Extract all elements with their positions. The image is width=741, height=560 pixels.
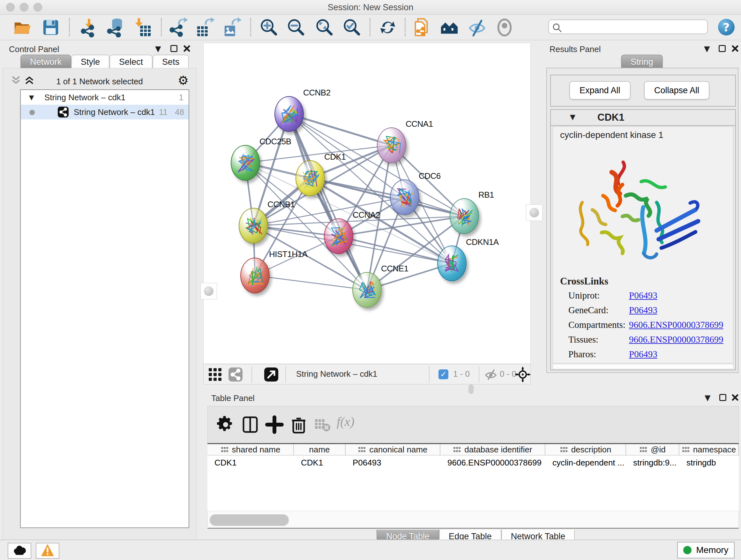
table-panel-float-icon[interactable] bbox=[719, 394, 726, 401]
expand-all-button[interactable]: Expand All bbox=[569, 81, 630, 100]
toolbar-separator bbox=[252, 366, 252, 383]
tab-string[interactable]: String bbox=[621, 55, 663, 69]
tab-select[interactable]: Select bbox=[110, 55, 152, 69]
delete-column-trash-icon[interactable] bbox=[289, 415, 308, 434]
string-view-icon[interactable] bbox=[228, 367, 243, 382]
table-cell[interactable]: CDK1 bbox=[207, 455, 294, 470]
memory-button[interactable]: Memory bbox=[677, 542, 735, 558]
export-image-button[interactable] bbox=[222, 17, 242, 37]
table-settings-gear-icon[interactable] bbox=[217, 415, 235, 434]
automation-status-button[interactable] bbox=[8, 543, 31, 559]
network-node-CCNE1[interactable] bbox=[352, 272, 382, 308]
node-layer: CCNB2CCNA1CDC25BCDK1CDC6RB1CCNB1CCNA2CDK… bbox=[204, 43, 531, 364]
network-node-CCNB2[interactable] bbox=[274, 96, 304, 132]
home-string-button[interactable] bbox=[440, 17, 460, 37]
table-cell[interactable]: stringdb:9... bbox=[626, 455, 679, 470]
zoom-out-button[interactable] bbox=[286, 17, 306, 37]
network-collection-row[interactable]: ▼ String Network – cdk1 1 bbox=[21, 90, 189, 105]
network-row-label: String Network – cdk1 bbox=[74, 105, 155, 119]
column-header-namespace[interactable]: namespace bbox=[679, 444, 739, 455]
crosslink-link[interactable]: P06493 bbox=[629, 305, 657, 315]
table-panel-dropdown-icon[interactable]: ▼ bbox=[704, 393, 711, 402]
network-node-CDK1[interactable] bbox=[295, 160, 325, 196]
network-node-CCNA2[interactable] bbox=[324, 219, 353, 254]
control-panel-dropdown-icon[interactable]: ▼ bbox=[155, 44, 161, 53]
column-label: shared name bbox=[232, 445, 280, 454]
table-cell[interactable]: stringdb bbox=[679, 455, 739, 470]
network-node-CDC6[interactable] bbox=[390, 179, 419, 215]
network-row-selected[interactable]: ● String Network – cdk1 11 48 bbox=[21, 105, 189, 119]
crosslinks-list: Uniprot:P06493GeneCard:P06493Compartment… bbox=[553, 290, 734, 364]
collapse-all-button[interactable]: Collapse All bbox=[644, 81, 710, 100]
import-table-button[interactable] bbox=[133, 17, 152, 37]
entry-collapse-icon[interactable]: ▼ bbox=[570, 113, 576, 121]
column-header-shared-name[interactable]: shared name bbox=[207, 444, 294, 455]
warnings-status-button[interactable] bbox=[36, 543, 59, 559]
birds-eye-view-icon[interactable] bbox=[515, 367, 530, 382]
zoom-selected-button[interactable] bbox=[342, 17, 362, 37]
right-splitter-handle[interactable] bbox=[526, 204, 542, 221]
import-network-button[interactable] bbox=[79, 17, 99, 37]
window-title: Session: New Session bbox=[0, 3, 741, 12]
show-columns-icon[interactable] bbox=[241, 415, 259, 434]
results-panel-close-icon[interactable] bbox=[731, 45, 738, 52]
tab-network[interactable]: Network bbox=[20, 55, 71, 69]
collection-expand-icon[interactable]: ▼ bbox=[29, 90, 34, 105]
table-horizontal-scrollbar[interactable] bbox=[207, 511, 739, 529]
network-canvas[interactable]: CCNB2CCNA1CDC25BCDK1CDC6RB1CCNB1CCNA2CDK… bbox=[203, 43, 531, 364]
network-view-toolbar: String Network – cdk1 ✓ 1 - 0 0 - 0 bbox=[203, 364, 531, 384]
search-input[interactable] bbox=[565, 21, 703, 33]
network-node-CDC25B[interactable] bbox=[231, 145, 260, 181]
table-cell[interactable]: CDK1 bbox=[294, 455, 346, 470]
help-button[interactable]: ? bbox=[718, 19, 735, 36]
control-panel-title: Control Panel bbox=[9, 44, 59, 54]
results-panel-float-icon[interactable] bbox=[719, 45, 726, 52]
network-node-HIST1H1A[interactable] bbox=[240, 258, 270, 294]
tab-sets[interactable]: Sets bbox=[152, 55, 189, 69]
detach-view-icon[interactable] bbox=[264, 367, 279, 382]
results-scroll-track[interactable] bbox=[553, 364, 733, 369]
network-node-CDKN1A[interactable] bbox=[437, 246, 467, 281]
crosslink-link[interactable]: P06493 bbox=[629, 349, 657, 360]
scrollbar-thumb[interactable] bbox=[210, 514, 289, 526]
column-header-@id[interactable]: @id bbox=[626, 444, 679, 455]
control-panel-close-icon[interactable] bbox=[183, 45, 190, 52]
network-node-CCNA1[interactable] bbox=[377, 127, 406, 163]
network-node-CCNB1[interactable] bbox=[239, 208, 268, 244]
open-session-button[interactable] bbox=[13, 17, 32, 37]
bottom-splitter-handle[interactable] bbox=[468, 384, 474, 394]
node-label-CCNA2: CCNA2 bbox=[353, 210, 380, 220]
results-panel-dropdown-icon[interactable]: ▼ bbox=[704, 44, 710, 53]
zoom-fit-button[interactable] bbox=[315, 17, 334, 37]
column-header-description[interactable]: description bbox=[545, 444, 626, 455]
column-header-database-identifier[interactable]: database identifier bbox=[441, 444, 545, 455]
column-header-canonical-name[interactable]: canonical name bbox=[346, 444, 441, 455]
hide-panels-button[interactable] bbox=[467, 17, 487, 37]
new-network-from-selection-button[interactable] bbox=[412, 17, 432, 37]
export-table-button[interactable] bbox=[195, 17, 215, 37]
control-panel-float-icon[interactable] bbox=[171, 45, 178, 52]
status-bar: Memory bbox=[0, 540, 741, 560]
refresh-layout-button[interactable] bbox=[378, 17, 398, 37]
network-node-RB1[interactable] bbox=[450, 198, 479, 234]
tab-style[interactable]: Style bbox=[71, 55, 110, 69]
left-splitter-handle[interactable] bbox=[200, 283, 217, 300]
crosslink-link[interactable]: 9606.ENSP00000378699 bbox=[629, 334, 724, 345]
crosslink-link[interactable]: P06493 bbox=[629, 290, 657, 301]
table-cell[interactable]: 9606.ENSP00000378699 bbox=[441, 455, 545, 470]
table-panel-close-icon[interactable] bbox=[731, 394, 738, 401]
add-column-icon[interactable] bbox=[265, 415, 284, 434]
import-database-button[interactable] bbox=[106, 17, 126, 37]
show-panels-eye-button[interactable] bbox=[495, 17, 515, 37]
grid-view-icon[interactable] bbox=[207, 367, 223, 382]
export-network-button[interactable] bbox=[169, 17, 188, 37]
selected-checkbox-icon[interactable]: ✓ bbox=[439, 369, 448, 379]
table-cell[interactable]: cyclin-dependent ... bbox=[545, 455, 626, 470]
network-options-gear-icon[interactable]: ⚙ bbox=[178, 73, 189, 87]
table-row[interactable]: CDK1CDK1P064939606.ENSP00000378699cyclin… bbox=[207, 455, 739, 470]
table-cell[interactable]: P06493 bbox=[346, 455, 441, 470]
crosslink-link[interactable]: 9606.ENSP00000378699 bbox=[629, 320, 724, 330]
column-header-name[interactable]: name bbox=[294, 444, 346, 455]
save-session-button[interactable] bbox=[41, 17, 61, 37]
zoom-in-button[interactable] bbox=[259, 17, 279, 37]
